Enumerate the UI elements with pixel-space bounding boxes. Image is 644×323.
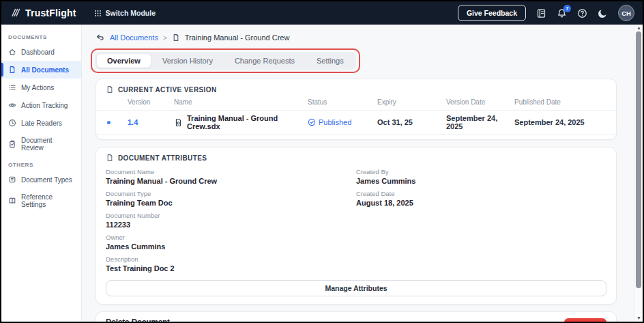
sidebar-item-label: Late Readers <box>21 120 62 127</box>
tab-settings[interactable]: Settings <box>306 54 354 68</box>
column-header: Published Date <box>514 98 605 106</box>
attribute-field: Description Test Training Doc 2 <box>106 255 356 272</box>
clipboard-check-icon <box>8 140 16 148</box>
sidebar-item-label: Action Tracking <box>21 102 68 109</box>
field-label: Document Number <box>106 212 356 219</box>
sidebar-item-label: Document Types <box>21 176 72 184</box>
active-indicator <box>1 63 3 76</box>
app-window: TrustFlight Switch Module Give Feedback <box>0 0 644 323</box>
document-icon <box>172 33 180 42</box>
breadcrumb-parent-link[interactable]: All Documents <box>110 33 158 42</box>
sidebar-item-all-documents[interactable]: All Documents <box>1 61 81 79</box>
clock-icon <box>8 119 16 127</box>
delete-button[interactable]: Delete <box>564 318 606 322</box>
grid-icon <box>94 10 102 17</box>
manual-book-icon[interactable] <box>536 8 546 18</box>
current-active-version-card: CURRENT ACTIVE VERSION Version Name Stat… <box>96 79 617 140</box>
field-value: August 18, 2025 <box>356 199 606 207</box>
scrollbar-thumb[interactable] <box>636 31 641 288</box>
column-header: Name <box>174 98 308 106</box>
column-header: Version Date <box>446 98 514 106</box>
breadcrumb-separator: > <box>163 34 167 42</box>
field-label: Document Name <box>106 168 356 175</box>
back-arrow-icon[interactable] <box>96 33 105 42</box>
document-icon <box>106 154 114 162</box>
status-badge: Published <box>308 118 377 126</box>
field-value: James Cummins <box>106 242 356 251</box>
tab-bar: Overview Version History Change Requests… <box>95 52 356 70</box>
field-label: Created Date <box>356 190 606 197</box>
sidebar-item-dashboard[interactable]: Dashboard <box>1 43 81 61</box>
breadcrumb-current: Training Manual - Ground Crew <box>185 33 290 42</box>
brand-name: TrustFlight <box>25 8 76 18</box>
annotation-highlight-box: Overview Version History Change Requests… <box>91 48 360 73</box>
attributes-grid: Document Name Training Manual - Ground C… <box>96 167 616 277</box>
attributes-right-column: Created By James Cummins Created Date Au… <box>356 168 606 277</box>
manage-attributes-button[interactable]: Manage Attributes <box>106 280 606 296</box>
sidebar-item-late-readers[interactable]: Late Readers <box>1 114 81 132</box>
dark-mode-moon-icon[interactable] <box>598 8 608 18</box>
attribute-field: Created Date August 18, 2025 <box>356 190 606 207</box>
sidebar-item-label: All Documents <box>21 66 69 74</box>
column-header: Version <box>128 98 174 106</box>
main-content: All Documents > Training Manual - Ground… <box>82 25 643 322</box>
published-date-value: September 24, 2025 <box>514 118 605 126</box>
sidebar-section-others: OTHERS <box>1 156 81 171</box>
sidebar-item-document-types[interactable]: Document Types <box>1 171 81 188</box>
version-file-name: Training Manual - Ground Crew.sdx <box>187 114 308 130</box>
sidebar-item-label: Document Review <box>21 137 74 152</box>
card-header: CURRENT ACTIVE VERSION <box>96 79 616 98</box>
notification-badge: 7 <box>564 5 571 12</box>
attribute-field: Document Name Training Manual - Ground C… <box>106 168 356 185</box>
sidebar-item-document-review[interactable]: Document Review <box>1 132 81 156</box>
sidebar-item-label: Dashboard <box>21 48 55 56</box>
field-value: Test Training Doc 2 <box>106 264 356 272</box>
version-date-value: September 24, 2025 <box>446 114 514 130</box>
sidebar: DOCUMENTS Dashboard All Documents My Act… <box>1 25 82 322</box>
attribute-field: Document Type Training Team Doc <box>106 190 356 207</box>
column-header: Status <box>308 98 377 106</box>
field-label: Description <box>106 255 356 263</box>
sidebar-item-my-actions[interactable]: My Actions <box>1 79 81 96</box>
document-icon <box>8 66 16 74</box>
home-icon <box>8 48 16 56</box>
document-attributes-card: DOCUMENT ATTRIBUTES Document Name Traini… <box>96 147 617 305</box>
field-value: James Cummins <box>356 177 606 185</box>
scrollbar[interactable]: ▲ ▼ <box>634 25 643 322</box>
file-export-icon <box>174 118 183 127</box>
switch-module-button[interactable]: Switch Module <box>94 9 156 17</box>
sidebar-item-label: My Actions <box>21 84 54 92</box>
scrollbar-down-arrow[interactable]: ▼ <box>634 315 643 321</box>
document-types-icon <box>8 175 16 184</box>
list-icon <box>8 83 16 92</box>
scrollbar-up-arrow[interactable]: ▲ <box>634 25 643 31</box>
expiry-value: Oct 31, 25 <box>377 118 446 126</box>
tab-version-history[interactable]: Version History <box>152 54 223 68</box>
sidebar-item-reference-settings[interactable]: Reference Settings <box>1 188 81 213</box>
trustflight-logo-icon <box>11 8 20 18</box>
attributes-left-column: Document Name Training Manual - Ground C… <box>106 168 356 277</box>
tab-change-requests[interactable]: Change Requests <box>224 54 305 68</box>
user-avatar[interactable]: CH <box>618 5 634 21</box>
delete-document-card: Delete Document Deleting this document i… <box>96 311 617 322</box>
version-name-cell: Training Manual - Ground Crew.sdx <box>174 114 308 130</box>
sidebar-item-label: Reference Settings <box>21 193 74 208</box>
field-value: 112233 <box>106 221 356 229</box>
version-link[interactable]: 1.4 <box>128 118 174 126</box>
field-label: Owner <box>106 234 356 241</box>
eye-icon <box>8 101 16 109</box>
help-icon[interactable] <box>577 8 587 18</box>
sidebar-item-action-tracking[interactable]: Action Tracking <box>1 96 81 114</box>
field-label: Created By <box>356 168 606 175</box>
delete-text: Delete Document Deleting this document i… <box>106 318 288 322</box>
notifications-bell-icon[interactable]: 7 <box>557 8 567 18</box>
sidebar-section-documents: DOCUMENTS <box>1 29 81 43</box>
card-title: DOCUMENT ATTRIBUTES <box>118 154 207 162</box>
tab-overview[interactable]: Overview <box>97 54 151 68</box>
give-feedback-button[interactable]: Give Feedback <box>458 5 526 21</box>
table-row[interactable]: 1.4 Training Manual - Ground Crew.sdx Pu… <box>96 111 616 135</box>
card-header: DOCUMENT ATTRIBUTES <box>96 148 616 167</box>
delete-title: Delete Document <box>106 318 288 322</box>
table-header-row: Version Name Status Expiry Version Date … <box>96 98 616 111</box>
switch-module-label: Switch Module <box>106 9 156 17</box>
